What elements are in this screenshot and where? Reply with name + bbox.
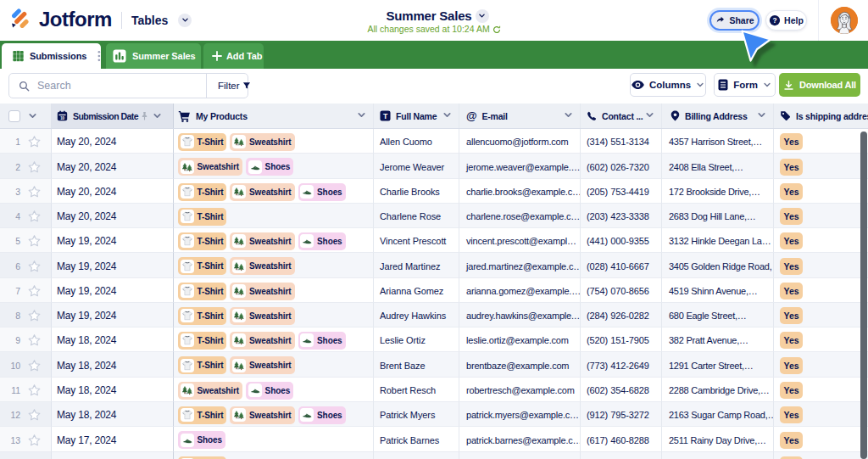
- svg-text:T: T: [383, 112, 388, 120]
- svg-text:10: 10: [60, 116, 64, 120]
